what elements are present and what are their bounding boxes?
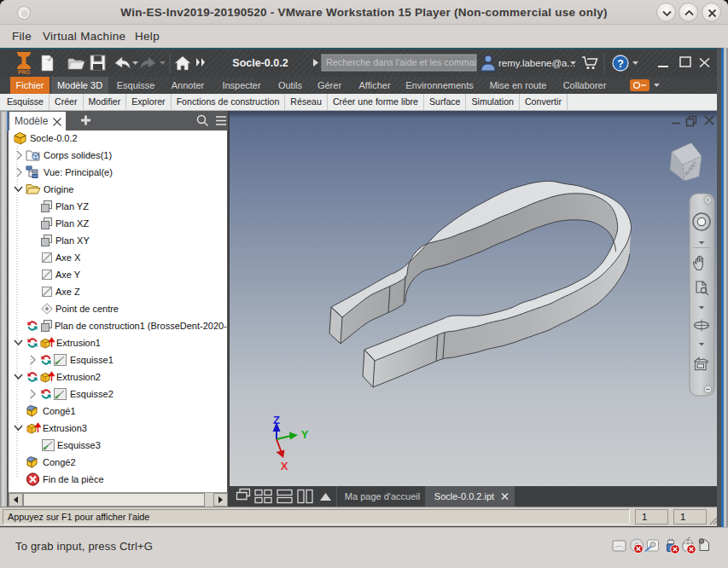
svg-text:Socle-0.0.2.ipt: Socle-0.0.2.ipt [434,491,494,501]
svg-text:1: 1 [680,512,685,522]
svg-text:X: X [281,460,288,472]
svg-text:Recherche dans l'aide et les c: Recherche dans l'aide et les commai [326,57,476,67]
svg-text:Socle-0.0.2: Socle-0.0.2 [232,57,288,69]
svg-text:remy.labene@a...: remy.labene@a... [498,58,575,68]
svg-text:Y: Y [301,428,309,441]
svg-text:PRO: PRO [18,69,30,75]
svg-text:?: ? [617,58,624,70]
svg-text:Ma page d'accueil: Ma page d'accueil [345,491,420,501]
svg-text:Z: Z [273,414,280,426]
svg-text:1: 1 [642,512,647,522]
svg-text:Appuyez sur F1 pour afficher l: Appuyez sur F1 pour afficher l'aide [8,512,149,522]
